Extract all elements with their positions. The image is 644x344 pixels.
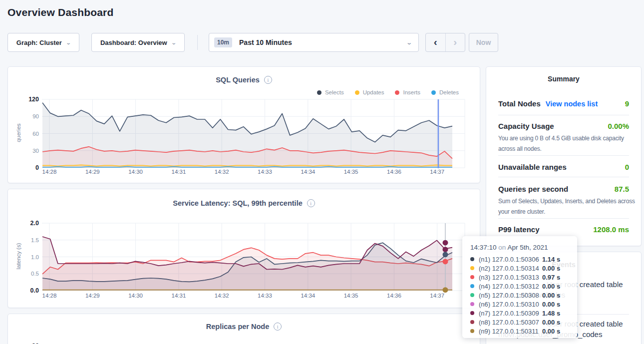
node-address: (n3) 127.0.0.1:50313 xyxy=(479,274,542,281)
next-time-button[interactable]: › xyxy=(446,33,465,51)
node-color-dot xyxy=(470,311,474,315)
x-axis-tick: 14:32 xyxy=(215,169,229,175)
view-nodes-link[interactable]: View nodes list xyxy=(546,100,598,108)
y-axis-tick: 2.0 xyxy=(8,220,39,227)
replicas-title: Replicas per Node xyxy=(206,323,270,331)
graph-dropdown[interactable]: Graph: Cluster ⌄ xyxy=(7,33,79,52)
x-axis-tick: 14:36 xyxy=(387,293,401,299)
node-color-dot xyxy=(470,275,474,279)
x-axis-tick: 14:32 xyxy=(215,293,229,299)
qps-desc: Sum of Selects, Updates, Inserts, and De… xyxy=(498,196,641,217)
prev-time-button[interactable]: ‹ xyxy=(426,33,446,51)
legend-item-updates[interactable]: Updates xyxy=(355,89,384,95)
info-icon[interactable]: i xyxy=(274,323,282,331)
summary-panel: Summary Total Nodes View nodes list 9 Ca… xyxy=(486,66,642,246)
x-axis-tick: 14:35 xyxy=(344,293,358,299)
y-axis-tick: 0.0 xyxy=(8,287,39,294)
time-range-badge: 10m xyxy=(214,37,232,47)
y-axis-title: latency (s) xyxy=(15,236,21,276)
tooltip-timestamp: 14:37:10 on Apr 5th, 2021 xyxy=(470,244,577,251)
node-address: (n9) 127.0.0.1:50311 xyxy=(479,328,542,335)
unavailable-label: Unavailable ranges xyxy=(498,163,567,171)
x-axis-tick: 14:29 xyxy=(85,293,100,299)
x-axis-tick: 14:30 xyxy=(128,293,143,299)
tooltip-node-row: (n7) 127.0.0.1:503091.48 s xyxy=(470,309,577,318)
graph-dropdown-label: Graph: Cluster xyxy=(16,39,62,46)
node-latency-value: 0.00 s xyxy=(542,328,560,335)
y-axis-tick: 30 xyxy=(8,148,39,154)
node-color-dot xyxy=(470,257,474,261)
divider xyxy=(498,155,629,156)
chart-legend: SelectsUpdatesInsertsDeletes xyxy=(317,89,459,95)
legend-dot xyxy=(355,90,359,95)
tooltip-node-row: (n1) 127.0.0.1:503061.14 s xyxy=(470,255,577,264)
legend-label: Deletes xyxy=(439,89,459,95)
node-latency-value: 0.00 s xyxy=(542,265,560,272)
capacity-value: 0.00% xyxy=(608,122,629,130)
node-color-dot xyxy=(470,284,474,288)
sql-chart[interactable] xyxy=(8,67,481,184)
time-range-dropdown[interactable]: 10m Past 10 Minutes ⌄ xyxy=(209,33,419,52)
node-color-dot xyxy=(470,293,474,297)
p99-label: P99 latency xyxy=(498,225,540,234)
qps-label: Queries per second xyxy=(498,185,568,193)
tooltip-node-row: (n9) 127.0.0.1:503110.00 s xyxy=(470,327,577,336)
y-axis-tick: 60 xyxy=(8,131,39,137)
replicas-panel: Replicas per Node i 90 xyxy=(7,314,480,344)
legend-item-inserts[interactable]: Inserts xyxy=(395,89,420,95)
capacity-label: Capacity Usage xyxy=(498,122,554,130)
x-axis-tick: 14:33 xyxy=(258,293,272,299)
x-axis-tick: 14:31 xyxy=(172,169,186,175)
legend-dot xyxy=(317,90,322,95)
x-axis-tick: 14:30 xyxy=(128,169,143,175)
x-axis-tick: 14:37 xyxy=(430,293,444,299)
node-latency-value: 1.48 s xyxy=(542,310,560,317)
total-nodes-value: 9 xyxy=(625,99,629,108)
y-axis-tick: 1.5 xyxy=(8,237,39,243)
y-axis-tick: 90 xyxy=(8,113,39,119)
legend-item-selects[interactable]: Selects xyxy=(317,89,344,95)
node-address: (n7) 127.0.0.1:50309 xyxy=(479,310,542,317)
node-latency-value: 0.00 s xyxy=(542,319,560,326)
node-address: (n1) 127.0.0.1:50306 xyxy=(479,256,542,263)
dashboard-dropdown[interactable]: Dashboard: Overview ⌄ xyxy=(91,33,185,52)
page-title: Overview Dashboard xyxy=(7,6,114,18)
x-axis-tick: 14:28 xyxy=(42,169,57,175)
node-address: (n5) 127.0.0.1:50308 xyxy=(479,292,542,299)
legend-item-deletes[interactable]: Deletes xyxy=(431,89,459,95)
y-axis-tick: 1.0 xyxy=(8,254,39,260)
unavailable-value: 0 xyxy=(625,163,629,171)
node-color-dot xyxy=(470,329,474,333)
time-range-label: Past 10 Minutes xyxy=(239,38,292,46)
legend-dot xyxy=(431,90,436,95)
time-nav-arrows: ‹ › xyxy=(425,33,465,52)
latency-chart[interactable] xyxy=(8,189,481,309)
chevron-down-icon: ⌄ xyxy=(65,40,71,45)
node-address: (n2) 127.0.0.1:50314 xyxy=(479,265,542,272)
legend-dot xyxy=(395,90,399,95)
sql-queries-panel: SQL Queries i 14:2814:2914:3014:3114:321… xyxy=(7,66,480,183)
x-axis-tick: 14:36 xyxy=(387,169,401,175)
node-latency-value: 0.00 s xyxy=(542,283,560,290)
divider xyxy=(498,115,629,115)
toolbar-divider xyxy=(197,35,198,50)
node-address: (n8) 127.0.0.1:50307 xyxy=(479,319,542,326)
node-latency-value: 0.00 s xyxy=(542,301,560,308)
total-nodes-label: Total Nodes xyxy=(498,99,541,108)
node-latency-value: 0.00 s xyxy=(542,292,560,299)
y-axis-tick: 0 xyxy=(8,164,39,171)
x-axis-tick: 14:33 xyxy=(258,169,272,175)
chevron-down-icon: ⌄ xyxy=(171,40,177,45)
y-axis-title: queries xyxy=(15,113,21,153)
chart-hover-tooltip: 14:37:10 on Apr 5th, 2021 (n1) 127.0.0.1… xyxy=(462,236,577,338)
x-axis-tick: 14:31 xyxy=(172,293,186,299)
node-address: (n4) 127.0.0.1:50312 xyxy=(479,283,542,290)
tooltip-node-row: (n2) 127.0.0.1:503140.00 s xyxy=(470,264,577,273)
node-address: (n6) 127.0.0.1:50310 xyxy=(479,301,542,308)
x-axis-tick: 14:35 xyxy=(344,169,358,175)
node-latency-value: 1.14 s xyxy=(542,256,560,263)
now-button[interactable]: Now xyxy=(469,33,498,52)
divider xyxy=(498,177,629,177)
x-axis-tick: 14:28 xyxy=(42,293,57,299)
legend-label: Updates xyxy=(363,89,384,95)
